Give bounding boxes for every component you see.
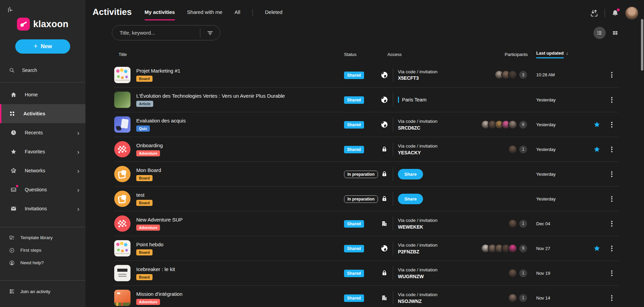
participant-count: 1 (519, 145, 528, 154)
participant-avatar (508, 269, 517, 278)
last-updated-value: Yesterday (528, 196, 589, 202)
sidebar-search-label: Search (22, 68, 37, 73)
row-menu-button[interactable] (605, 245, 619, 252)
sidebar-item-home[interactable]: Home › (0, 85, 85, 104)
sidebar-search[interactable]: Search (0, 67, 85, 73)
favorite-star-icon[interactable] (589, 121, 605, 128)
tab-shared-with-me[interactable]: Shared with me (187, 9, 222, 20)
activity-row[interactable]: Icebreaker : le kit Board Shared Via cod… (114, 261, 619, 285)
row-menu-button[interactable] (605, 121, 619, 128)
column-last-updated[interactable]: Last updated ↓ (528, 51, 589, 58)
sidebar-item-invitations[interactable]: Invitations › (0, 199, 85, 218)
status-chip: Shared (344, 220, 364, 228)
row-menu-button[interactable] (605, 96, 619, 103)
notifications-button[interactable] (611, 9, 619, 17)
user-avatar[interactable] (625, 7, 638, 20)
sidebar-item-template-library[interactable]: Template library (0, 231, 85, 244)
favorite-star-icon[interactable] (589, 146, 605, 153)
plus-icon: + (34, 42, 38, 50)
filter-button[interactable] (204, 29, 216, 37)
divider (0, 82, 85, 82)
sidebar-item-label: Activities (23, 111, 45, 116)
activity-row[interactable]: New Adventure SUP Adventure Shared Via c… (114, 211, 619, 236)
globe-icon (381, 71, 388, 79)
grid-view-button[interactable] (612, 30, 619, 36)
activity-row[interactable]: Mission d'intégration Adventure Shared V… (114, 285, 619, 307)
participant-count: 1 (519, 269, 528, 278)
divider (200, 28, 200, 38)
tab-my-activities[interactable]: My activities (145, 9, 175, 20)
sidebar-item-first-steps[interactable]: First steps (0, 244, 85, 256)
activity-title: Mission d'intégration (136, 291, 182, 297)
activity-thumbnail (114, 166, 130, 182)
row-menu-button[interactable] (605, 146, 619, 153)
status-chip: Shared (344, 96, 364, 104)
sidebar-item-label: Recents (25, 130, 43, 135)
participant-avatar (508, 120, 517, 129)
table-rows: Projet Marketing #1 Board Shared Via cod… (114, 62, 619, 307)
access-via-label: Via code / invitation (398, 143, 438, 150)
kebab-menu-icon (611, 245, 612, 252)
kebab-menu-icon (611, 220, 612, 227)
access-details: Via code / invitationP2FNZBZ (398, 242, 438, 254)
access-details: Via code / invitationYESACKY (398, 143, 438, 155)
participant-avatar (508, 219, 517, 228)
activity-row[interactable]: L'Évolution des Technologies Vertes : Ve… (114, 87, 619, 112)
search-input[interactable] (120, 30, 196, 36)
join-an-activity-button[interactable]: Join an activity (0, 284, 85, 299)
activity-row[interactable]: Onboarding Adventure Shared Via code / i… (114, 137, 619, 161)
tab-deleted[interactable]: Deleted (265, 9, 283, 20)
activity-row[interactable]: Evaluation des acquis Quiz Shared Via co… (114, 112, 619, 137)
sidebar-item-need-help[interactable]: Need help? (0, 256, 85, 269)
sidebar-item-recents[interactable]: Recents › (0, 123, 85, 142)
import-export-button[interactable] (590, 9, 599, 18)
divider (253, 9, 253, 16)
new-button[interactable]: + New (15, 39, 70, 54)
activity-row[interactable]: test Board In preparation Share Yesterda… (114, 186, 619, 211)
activity-thumbnail (114, 191, 130, 207)
activity-type-badge: Quiz (136, 126, 150, 132)
network-icon (10, 167, 17, 174)
row-menu-button[interactable] (605, 269, 619, 277)
sidebar-item-activities[interactable]: Activities › (0, 104, 85, 123)
participant-avatar (508, 244, 517, 253)
share-button[interactable]: Share (398, 194, 423, 204)
activity-thumbnail (114, 116, 130, 133)
participants: 9 (468, 244, 528, 253)
access-via-label: Via code / invitation (398, 292, 438, 298)
divider (393, 242, 393, 255)
sidebar-item-questions[interactable]: Questions › (0, 180, 85, 199)
last-updated-value: Yesterday (528, 97, 589, 102)
collapse-sidebar-icon[interactable] (7, 7, 14, 15)
row-menu-button[interactable] (605, 170, 619, 178)
divider (393, 118, 393, 131)
row-menu-button[interactable] (605, 220, 619, 227)
chevron-right-icon: › (77, 130, 79, 136)
tab-all[interactable]: All (235, 9, 240, 20)
row-menu-button[interactable] (605, 294, 619, 302)
participant-avatar (508, 70, 517, 79)
lock-icon (381, 171, 388, 177)
participant-count: 3 (519, 70, 528, 79)
access-details: Via code / invitationSRCD6ZC (398, 118, 438, 131)
sidebar-item-label: Home (25, 92, 38, 97)
activity-type-badge: Adventure (136, 299, 160, 305)
activity-row[interactable]: Point hebdo Board Shared Via code / invi… (114, 236, 619, 261)
activity-row[interactable]: Projet Marketing #1 Board Shared Via cod… (114, 62, 619, 87)
divider (605, 9, 605, 18)
last-updated-value: Yesterday (528, 172, 589, 177)
sidebar-item-favorites[interactable]: Favorites › (0, 142, 85, 161)
share-button[interactable]: Share (398, 169, 423, 179)
last-updated-value: 10:28 AM (528, 72, 589, 77)
scrollbar-thumb[interactable] (641, 19, 643, 71)
row-menu-button[interactable] (605, 71, 619, 79)
sidebar-item-networks[interactable]: Networks › (0, 161, 85, 180)
activity-thumbnail (114, 215, 130, 232)
favorite-star-icon[interactable] (589, 245, 605, 252)
row-menu-button[interactable] (605, 195, 619, 203)
access-via-label: Via code / invitation (398, 69, 438, 75)
activity-thumbnail (114, 92, 130, 108)
list-view-button[interactable] (593, 27, 606, 39)
activity-row[interactable]: Mon Board Board In preparation Share Yes… (114, 161, 619, 186)
globe-icon (381, 96, 388, 103)
